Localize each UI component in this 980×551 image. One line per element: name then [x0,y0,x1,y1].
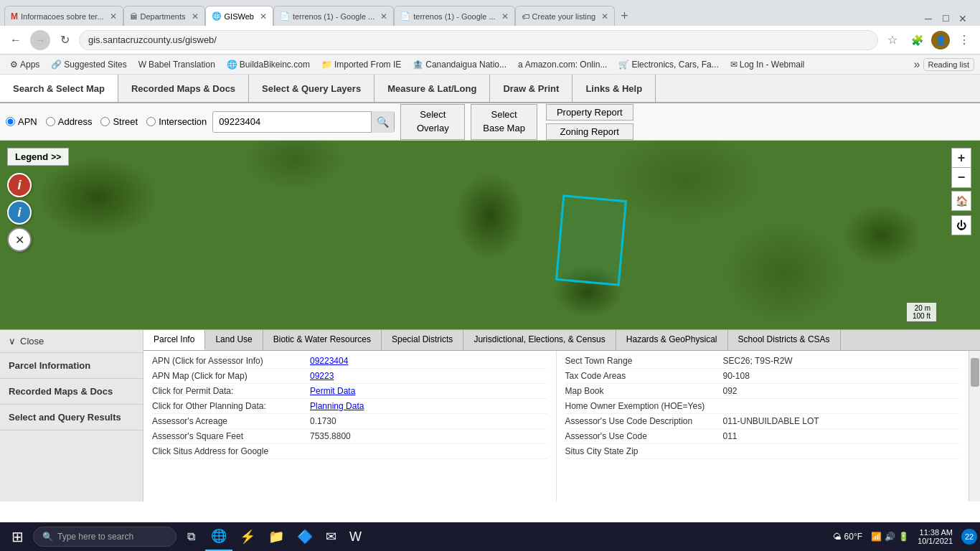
radio-address[interactable]: Address [46,116,93,127]
address-input[interactable] [79,30,878,50]
tab-terrenos2-close[interactable]: ✕ [501,11,509,22]
nav-search[interactable]: Search & Select Map [0,75,118,102]
profile-avatar[interactable]: 👤 [931,31,950,50]
taskbar-clock[interactable]: 11:38 AM 10/1/2021 [913,528,957,545]
zoom-out-button[interactable]: − [951,168,971,188]
bookmark-babel[interactable]: W Babel Translation [134,58,220,71]
property-report-button[interactable]: Property Report [546,104,633,121]
sidebar-recorded-maps[interactable]: Recorded Maps & Docs [0,379,143,405]
scroll-thumb[interactable] [971,358,979,387]
bookmark-buildabike[interactable]: 🌐 BuildaBikeinc.com [222,58,314,71]
start-button[interactable]: ⊞ [3,522,32,551]
tab-jurisdictional[interactable]: Jurisdictional, Elections, & Census [463,330,616,350]
bookmark-canandaigua-label: Canandaigua Natio... [425,60,507,70]
planning-link[interactable]: Planning Data [310,401,364,411]
bookmark-canandaigua[interactable]: 🏦 Canandaigua Natio... [408,58,511,71]
tab-school-districts[interactable]: School Districts & CSAs [728,330,841,350]
apnmap-link[interactable]: 09223 [310,371,334,381]
apn-link[interactable]: 09223404 [310,356,348,366]
tab-listing[interactable]: 🏷 Create your listing ✕ [515,6,616,26]
bookmark-amazon[interactable]: a Amazon.com: Onlin... [514,58,611,71]
bookmark-electronics[interactable]: 🛒 Electronics, Cars, Fa... [614,58,722,71]
power-button[interactable]: ⏻ [951,215,971,235]
bookmark-webmail[interactable]: ✉ Log In - Webmail [726,58,809,71]
zoom-in-button[interactable]: + [951,148,971,168]
panel-scrollbar[interactable] [969,351,980,501]
minimize-button[interactable]: ─ [921,11,936,26]
tab-special-districts[interactable]: Special Districts [382,330,463,350]
tab-gisweb[interactable]: 🌐 GISWeb ✕ [205,6,273,26]
map-zoom-controls: + − [951,148,971,188]
browser-menu-button[interactable]: ⋮ [954,30,974,50]
select-overlay-button[interactable]: SelectOverlay [400,104,465,140]
permit-link[interactable]: Permit Data [310,386,355,396]
taskbar-app-explorer[interactable]: 📁 [263,522,290,551]
bookmark-imported[interactable]: 📁 Imported From IE [317,58,405,71]
extensions-icon[interactable]: 🧩 [907,30,927,50]
close-tool-button[interactable]: ✕ [7,227,32,252]
map-legend-button[interactable]: Legend >> [7,148,69,166]
nav-measure-label: Measure & Lat/Long [387,83,476,94]
taskbar-task-view[interactable]: ⧉ [178,524,204,550]
home-button[interactable]: 🏠 [951,191,971,211]
taskbar-search[interactable]: 🔍 Type here to search [33,527,176,547]
nav-links-label: Links & Help [585,83,642,94]
battery-icon[interactable]: 🔋 [898,532,909,542]
search-input[interactable] [213,116,371,127]
sidebar-parcel-info[interactable]: Parcel Information [0,353,143,379]
bookmarks-more-button[interactable]: » [914,58,920,71]
map-area[interactable]: Legend >> i i ✕ + − 🏠 ⏻ 20 m 100 ft [0,141,980,329]
tab-biotic[interactable]: Biotic & Water Resources [263,330,382,350]
close-window-button[interactable]: ✕ [956,11,970,26]
radio-street[interactable]: Street [100,116,138,127]
network-icon[interactable]: 📶 [871,532,882,542]
tab-hazards[interactable]: Hazards & GeoPhysical [616,330,728,350]
zoning-report-button[interactable]: Zoning Report [546,123,633,140]
nav-measure[interactable]: Measure & Lat/Long [374,75,490,102]
back-button[interactable]: ← [6,30,26,50]
taskbar-app-word[interactable]: W [344,522,367,551]
select-basemap-button[interactable]: SelectBase Map [471,104,537,140]
tab-terrenos2[interactable]: 📄 terrenos (1) - Google ... ✕ [394,6,514,26]
tab-departments[interactable]: 🏛 Departments ✕ [123,6,205,26]
reload-button[interactable]: ↻ [55,30,75,50]
reading-list-button[interactable]: Reading list [923,58,974,71]
tab-gmail-close[interactable]: ✕ [110,11,117,22]
info-blue-button[interactable]: i [7,200,32,225]
tab-land-use[interactable]: Land Use [205,330,263,350]
tab-gisweb-close[interactable]: ✕ [260,11,267,22]
taskbar-app-cortana[interactable]: ⚡ [234,522,261,551]
nav-query[interactable]: Select & Query Layers [249,75,374,102]
volume-icon[interactable]: 🔊 [885,532,895,542]
maximize-button[interactable]: ☐ [938,11,953,26]
taskbar-app-edge[interactable]: 🔷 [291,522,319,551]
panel-close-button[interactable]: ∨ Close [0,330,143,353]
nav-draw[interactable]: Draw & Print [490,75,573,102]
search-button[interactable]: 🔍 [371,111,394,133]
tab-terrenos1[interactable]: 📄 terrenos (1) - Google ... ✕ [273,6,394,26]
nav-links[interactable]: Links & Help [573,75,656,102]
tab-departments-close[interactable]: ✕ [192,11,199,22]
taskbar-app-mail[interactable]: ✉ [320,522,342,551]
sidebar-query-results[interactable]: Select and Query Results [0,405,143,430]
tab-gmail[interactable]: M Informacoes sobre ter... ✕ [4,6,123,26]
bookmark-apps[interactable]: ⚙ Apps [6,58,44,71]
taskbar-weather[interactable]: 🌤 60°F [829,532,867,542]
nav-maps[interactable]: Recorded Maps & Docs [118,75,249,102]
tab-listing-close[interactable]: ✕ [601,11,608,22]
tab-parcel-info[interactable]: Parcel Info [143,330,205,350]
radio-apn[interactable]: APN [6,116,37,127]
taskbar-app-chrome[interactable]: 🌐 [205,522,232,551]
notification-badge[interactable]: 22 [961,529,977,545]
radio-intersection[interactable]: Intersection [146,116,207,127]
close-chevron-icon: ∨ [9,336,16,347]
bookmark-amazon-label: Amazon.com: Onlin... [525,60,608,70]
tab-gmail-title: Informacoes sobre ter... [21,12,104,21]
info-red-button[interactable]: i [7,173,32,197]
tab-terrenos1-close[interactable]: ✕ [380,11,387,22]
forward-button[interactable]: → [30,30,50,50]
bookmark-suggested[interactable]: 🔗 Suggested Sites [47,58,131,71]
new-tab-button[interactable]: + [615,6,634,26]
weather-icon: 🌤 [833,532,842,542]
bookmark-star-icon[interactable]: ☆ [882,30,903,50]
